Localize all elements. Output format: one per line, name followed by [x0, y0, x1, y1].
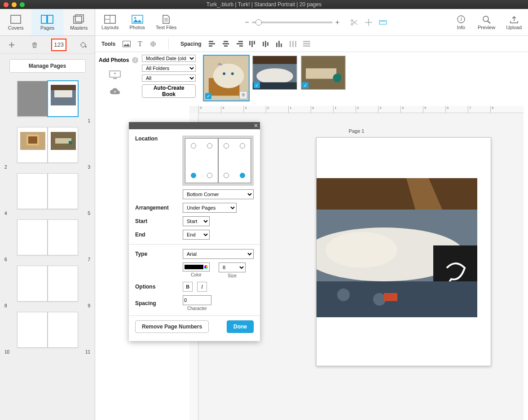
- end-label: End: [135, 232, 178, 238]
- align-left-icon[interactable]: [209, 41, 216, 47]
- window-title: Turk_.blurb | Turk! | Standard Portrait …: [0, 1, 528, 8]
- svg-rect-52: [295, 41, 296, 47]
- tools-label: Tools: [101, 41, 115, 47]
- page-thumb-8[interactable]: [17, 266, 48, 302]
- location-select[interactable]: Bottom Corner: [183, 189, 254, 199]
- done-button[interactable]: Done: [227, 320, 254, 333]
- trash-icon[interactable]: [239, 91, 247, 99]
- page-thumb-5[interactable]: [48, 173, 78, 209]
- svg-rect-0: [11, 15, 21, 23]
- info-small-icon[interactable]: i: [132, 57, 139, 64]
- page-thumb-1[interactable]: [48, 81, 78, 117]
- delete-page-button[interactable]: [28, 39, 41, 50]
- photo-thumb-1[interactable]: [204, 56, 249, 101]
- end-select[interactable]: End: [183, 230, 210, 240]
- page-thumb-7[interactable]: [48, 219, 78, 255]
- sort-select[interactable]: Modified Date (oldest first): [142, 55, 196, 62]
- svg-rect-46: [267, 42, 268, 46]
- text-tool-icon[interactable]: T: [138, 40, 142, 48]
- svg-rect-37: [224, 45, 228, 47]
- info-button[interactable]: iInfo: [455, 15, 467, 30]
- size-select[interactable]: 8: [219, 262, 246, 272]
- svg-rect-40: [239, 45, 243, 47]
- location-radio[interactable]: [240, 143, 245, 149]
- grid-icon[interactable]: [365, 18, 373, 26]
- svg-point-64: [213, 64, 244, 88]
- svg-point-77: [326, 232, 397, 268]
- ruler-icon[interactable]: [379, 18, 387, 26]
- svg-rect-72: [306, 68, 336, 79]
- folder-select[interactable]: All Folders: [142, 65, 196, 72]
- italic-button[interactable]: I: [197, 282, 207, 292]
- svg-line-29: [488, 21, 490, 23]
- dialog-close-icon[interactable]: ✕: [254, 122, 258, 129]
- remove-page-numbers-button[interactable]: Remove Page Numbers: [135, 320, 209, 333]
- align-bottom-icon[interactable]: [276, 41, 283, 47]
- manage-pages-button[interactable]: Manage Pages: [9, 59, 86, 73]
- page-thumb-4[interactable]: [17, 173, 48, 209]
- location-radio[interactable]: [207, 173, 212, 178]
- svg-rect-39: [237, 43, 243, 44]
- preview-button[interactable]: Preview: [478, 15, 495, 30]
- location-radio[interactable]: [191, 143, 196, 149]
- tab-masters[interactable]: Masters: [63, 9, 95, 35]
- image-tool-icon[interactable]: [123, 41, 131, 47]
- location-radio[interactable]: [191, 173, 196, 178]
- source-computer-icon[interactable]: +: [109, 70, 121, 80]
- spacing-label-modal: Spacing: [135, 300, 178, 306]
- arrangement-select[interactable]: Under Pages: [183, 203, 237, 213]
- svg-rect-49: [281, 44, 282, 47]
- cover-thumb[interactable]: [17, 81, 48, 117]
- location-radio[interactable]: [224, 173, 229, 178]
- distribute-v-icon[interactable]: [303, 41, 310, 47]
- svg-rect-42: [251, 41, 253, 47]
- tab-photos[interactable]: Photos: [130, 15, 145, 30]
- svg-rect-43: [254, 41, 255, 44]
- location-radio[interactable]: [240, 173, 245, 178]
- svg-rect-41: [249, 41, 251, 45]
- source-cloud-icon[interactable]: +: [109, 87, 121, 96]
- page-thumb-3[interactable]: [48, 127, 78, 163]
- page-number-tool[interactable]: 123: [51, 39, 66, 51]
- font-select[interactable]: Arial: [183, 249, 254, 259]
- page-thumb-6[interactable]: [17, 219, 48, 255]
- distribute-h-icon[interactable]: [290, 41, 297, 47]
- align-right-icon[interactable]: [236, 41, 243, 47]
- filter-select[interactable]: All: [142, 74, 196, 82]
- fill-bucket-button[interactable]: [77, 39, 89, 50]
- tab-text[interactable]: Text Files: [156, 15, 176, 30]
- scissors-icon[interactable]: [350, 18, 358, 26]
- location-radio[interactable]: [207, 143, 212, 149]
- tab-layouts[interactable]: Layouts: [101, 15, 119, 30]
- check-icon: [302, 82, 308, 88]
- color-picker[interactable]: [183, 262, 210, 271]
- svg-text:+: +: [113, 70, 116, 77]
- add-page-button[interactable]: [5, 39, 18, 50]
- auto-create-book-button[interactable]: Auto-Create Book: [142, 84, 196, 98]
- spacing-input[interactable]: [183, 295, 211, 305]
- upload-button[interactable]: Upload: [506, 15, 522, 30]
- bold-button[interactable]: B: [183, 282, 193, 292]
- align-center-icon[interactable]: [222, 41, 229, 47]
- zoom-slider[interactable]: − +: [245, 18, 339, 26]
- page-thumb-2[interactable]: [17, 127, 48, 163]
- tab-pages[interactable]: Pages: [31, 9, 63, 35]
- layouts-icon: [104, 15, 116, 24]
- svg-rect-75: [317, 178, 477, 210]
- start-select[interactable]: Start: [183, 216, 210, 226]
- align-top-icon[interactable]: [249, 41, 256, 47]
- align-middle-icon[interactable]: [263, 41, 270, 47]
- stamp-tool-icon[interactable]: [150, 40, 157, 48]
- tab-covers[interactable]: Covers: [0, 9, 31, 35]
- photo-thumb-3[interactable]: [301, 56, 346, 90]
- location-radio[interactable]: [224, 143, 229, 149]
- photo-thumb-2[interactable]: [252, 56, 297, 90]
- page-thumb-9[interactable]: [48, 266, 78, 302]
- canvas-page[interactable]: [316, 137, 491, 366]
- svg-text:+: +: [114, 89, 116, 94]
- svg-point-65: [223, 72, 225, 75]
- check-icon: [205, 93, 211, 99]
- page-thumb-10[interactable]: [17, 312, 48, 348]
- page-thumb-11[interactable]: [48, 312, 78, 348]
- pages-icon: [41, 14, 53, 24]
